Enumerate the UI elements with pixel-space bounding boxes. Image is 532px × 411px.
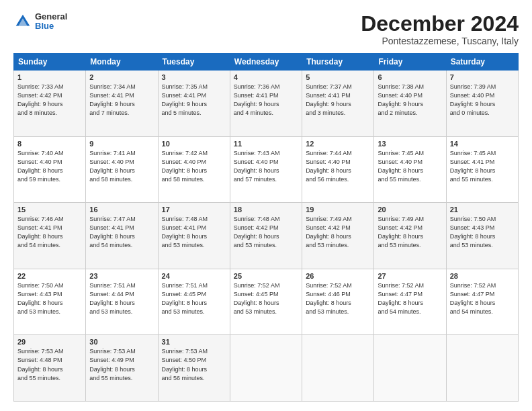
table-row: 29Sunrise: 7:53 AM Sunset: 4:48 PM Dayli… xyxy=(14,335,86,402)
day-number: 26 xyxy=(306,272,370,280)
day-number: 28 xyxy=(450,272,515,280)
day-number: 12 xyxy=(306,140,370,148)
day-number: 8 xyxy=(17,140,82,148)
day-info: Sunrise: 7:46 AM Sunset: 4:41 PM Dayligh… xyxy=(17,215,82,250)
logo-blue-text: Blue xyxy=(35,21,67,31)
table-row: 18Sunrise: 7:48 AM Sunset: 4:42 PM Dayli… xyxy=(230,203,302,269)
logo: General Blue xyxy=(13,12,67,32)
table-row: 20Sunrise: 7:49 AM Sunset: 4:42 PM Dayli… xyxy=(374,203,446,269)
header-sunday: Sunday xyxy=(14,54,86,71)
table-row: 10Sunrise: 7:42 AM Sunset: 4:40 PM Dayli… xyxy=(158,136,230,203)
table-row: 6Sunrise: 7:38 AM Sunset: 4:40 PM Daylig… xyxy=(374,71,446,137)
day-number: 17 xyxy=(162,205,226,214)
day-number: 30 xyxy=(89,338,154,346)
day-number: 29 xyxy=(17,338,82,346)
day-info: Sunrise: 7:53 AM Sunset: 4:49 PM Dayligh… xyxy=(89,347,154,382)
table-row: 2Sunrise: 7:34 AM Sunset: 4:41 PM Daylig… xyxy=(86,71,158,137)
table-row: 1Sunrise: 7:33 AM Sunset: 4:42 PM Daylig… xyxy=(14,71,86,137)
table-row: 19Sunrise: 7:49 AM Sunset: 4:42 PM Dayli… xyxy=(302,203,374,269)
table-row: 13Sunrise: 7:45 AM Sunset: 4:40 PM Dayli… xyxy=(374,136,446,203)
table-row: 17Sunrise: 7:48 AM Sunset: 4:41 PM Dayli… xyxy=(158,203,230,269)
logo-text: General Blue xyxy=(35,12,67,32)
logo-icon xyxy=(13,12,32,31)
table-row: 26Sunrise: 7:52 AM Sunset: 4:46 PM Dayli… xyxy=(302,269,374,335)
header-tuesday: Tuesday xyxy=(158,54,230,71)
day-number: 2 xyxy=(89,73,154,81)
day-number: 3 xyxy=(162,73,226,81)
table-row: 31Sunrise: 7:53 AM Sunset: 4:50 PM Dayli… xyxy=(158,335,230,402)
calendar-week-row: 1Sunrise: 7:33 AM Sunset: 4:42 PM Daylig… xyxy=(14,71,519,137)
day-number: 24 xyxy=(162,272,226,280)
table-row: 25Sunrise: 7:52 AM Sunset: 4:45 PM Dayli… xyxy=(230,269,302,335)
header-monday: Monday xyxy=(86,54,158,71)
logo-general-text: General xyxy=(35,12,67,21)
day-info: Sunrise: 7:42 AM Sunset: 4:40 PM Dayligh… xyxy=(162,149,226,184)
day-info: Sunrise: 7:52 AM Sunset: 4:47 PM Dayligh… xyxy=(450,281,515,316)
day-info: Sunrise: 7:43 AM Sunset: 4:40 PM Dayligh… xyxy=(234,149,298,184)
day-info: Sunrise: 7:51 AM Sunset: 4:45 PM Dayligh… xyxy=(162,281,226,316)
day-number: 13 xyxy=(378,140,442,148)
header-saturday: Saturday xyxy=(446,54,518,71)
day-info: Sunrise: 7:53 AM Sunset: 4:50 PM Dayligh… xyxy=(162,347,226,382)
day-number: 10 xyxy=(162,140,226,148)
day-number: 16 xyxy=(89,205,154,214)
day-number: 27 xyxy=(378,272,442,280)
day-info: Sunrise: 7:35 AM Sunset: 4:41 PM Dayligh… xyxy=(162,83,226,118)
day-number: 19 xyxy=(306,205,370,214)
day-number: 7 xyxy=(450,73,515,81)
day-info: Sunrise: 7:49 AM Sunset: 4:42 PM Dayligh… xyxy=(378,215,442,250)
table-row: 7Sunrise: 7:39 AM Sunset: 4:40 PM Daylig… xyxy=(446,71,518,137)
table-row xyxy=(230,335,302,402)
day-info: Sunrise: 7:52 AM Sunset: 4:45 PM Dayligh… xyxy=(234,281,298,316)
table-row: 4Sunrise: 7:36 AM Sunset: 4:41 PM Daylig… xyxy=(230,71,302,137)
day-info: Sunrise: 7:33 AM Sunset: 4:42 PM Dayligh… xyxy=(17,83,82,118)
table-row xyxy=(446,335,518,402)
day-info: Sunrise: 7:41 AM Sunset: 4:40 PM Dayligh… xyxy=(89,149,154,184)
table-row: 8Sunrise: 7:40 AM Sunset: 4:40 PM Daylig… xyxy=(14,136,86,203)
month-title: December 2024 xyxy=(361,12,519,36)
day-info: Sunrise: 7:45 AM Sunset: 4:41 PM Dayligh… xyxy=(450,149,515,184)
day-info: Sunrise: 7:52 AM Sunset: 4:47 PM Dayligh… xyxy=(378,281,442,316)
location: Pontestazzemese, Tuscany, Italy xyxy=(361,36,519,46)
table-row xyxy=(374,335,446,402)
table-row: 15Sunrise: 7:46 AM Sunset: 4:41 PM Dayli… xyxy=(14,203,86,269)
table-row: 24Sunrise: 7:51 AM Sunset: 4:45 PM Dayli… xyxy=(158,269,230,335)
table-row: 14Sunrise: 7:45 AM Sunset: 4:41 PM Dayli… xyxy=(446,136,518,203)
day-info: Sunrise: 7:50 AM Sunset: 4:43 PM Dayligh… xyxy=(450,215,515,250)
day-number: 6 xyxy=(378,73,442,81)
day-info: Sunrise: 7:48 AM Sunset: 4:42 PM Dayligh… xyxy=(234,215,298,250)
table-row: 21Sunrise: 7:50 AM Sunset: 4:43 PM Dayli… xyxy=(446,203,518,269)
day-number: 21 xyxy=(450,205,515,214)
calendar-week-row: 15Sunrise: 7:46 AM Sunset: 4:41 PM Dayli… xyxy=(14,203,519,269)
day-info: Sunrise: 7:39 AM Sunset: 4:40 PM Dayligh… xyxy=(450,83,515,118)
table-row: 11Sunrise: 7:43 AM Sunset: 4:40 PM Dayli… xyxy=(230,136,302,203)
day-number: 4 xyxy=(234,73,298,81)
table-row: 30Sunrise: 7:53 AM Sunset: 4:49 PM Dayli… xyxy=(86,335,158,402)
day-number: 25 xyxy=(234,272,298,280)
weekday-header-row: Sunday Monday Tuesday Wednesday Thursday… xyxy=(14,54,519,71)
day-number: 15 xyxy=(17,205,82,214)
day-info: Sunrise: 7:53 AM Sunset: 4:48 PM Dayligh… xyxy=(17,347,82,382)
day-info: Sunrise: 7:36 AM Sunset: 4:41 PM Dayligh… xyxy=(234,83,298,118)
table-row: 27Sunrise: 7:52 AM Sunset: 4:47 PM Dayli… xyxy=(374,269,446,335)
header-wednesday: Wednesday xyxy=(230,54,302,71)
day-number: 5 xyxy=(306,73,370,81)
day-info: Sunrise: 7:52 AM Sunset: 4:46 PM Dayligh… xyxy=(306,281,370,316)
table-row: 28Sunrise: 7:52 AM Sunset: 4:47 PM Dayli… xyxy=(446,269,518,335)
day-info: Sunrise: 7:34 AM Sunset: 4:41 PM Dayligh… xyxy=(89,83,154,118)
table-row: 23Sunrise: 7:51 AM Sunset: 4:44 PM Dayli… xyxy=(86,269,158,335)
title-block: December 2024 Pontestazzemese, Tuscany, … xyxy=(361,12,519,46)
calendar-week-row: 29Sunrise: 7:53 AM Sunset: 4:48 PM Dayli… xyxy=(14,335,519,402)
table-row: 16Sunrise: 7:47 AM Sunset: 4:41 PM Dayli… xyxy=(86,203,158,269)
day-number: 1 xyxy=(17,73,82,81)
header-friday: Friday xyxy=(374,54,446,71)
day-number: 14 xyxy=(450,140,515,148)
table-row: 22Sunrise: 7:50 AM Sunset: 4:43 PM Dayli… xyxy=(14,269,86,335)
day-number: 9 xyxy=(89,140,154,148)
day-info: Sunrise: 7:44 AM Sunset: 4:40 PM Dayligh… xyxy=(306,149,370,184)
header: General Blue December 2024 Pontestazzeme… xyxy=(13,12,519,46)
day-info: Sunrise: 7:38 AM Sunset: 4:40 PM Dayligh… xyxy=(378,83,442,118)
day-number: 11 xyxy=(234,140,298,148)
day-info: Sunrise: 7:47 AM Sunset: 4:41 PM Dayligh… xyxy=(89,215,154,250)
day-info: Sunrise: 7:48 AM Sunset: 4:41 PM Dayligh… xyxy=(162,215,226,250)
